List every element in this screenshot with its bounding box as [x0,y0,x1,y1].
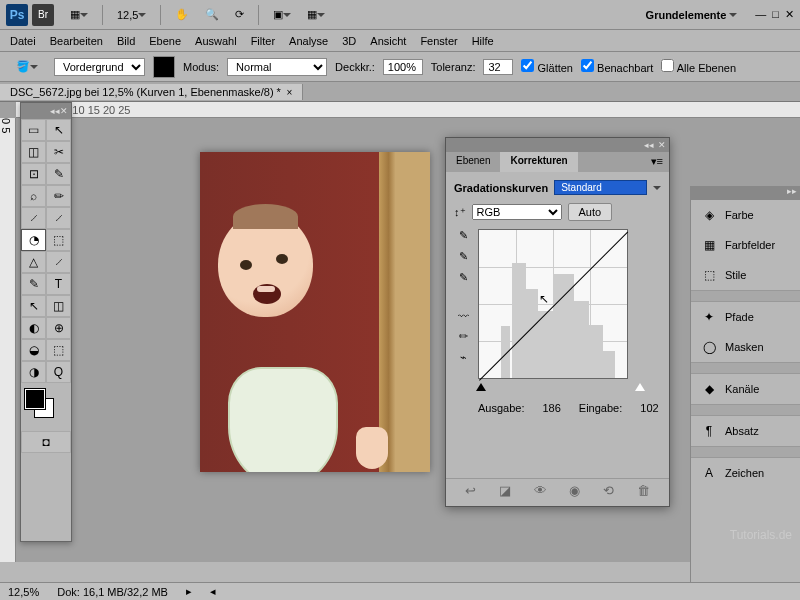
eyedropper-white-icon[interactable]: ✎ [459,271,468,284]
tool-17[interactable]: ◫ [46,295,71,317]
status-scroll-icon[interactable]: ◂ [210,585,216,598]
minimize-icon[interactable]: — [755,8,766,21]
panel-farbfelder[interactable]: ▦Farbfelder [691,230,800,260]
tool-18[interactable]: ◐ [21,317,46,339]
tool-12[interactable]: △ [21,251,46,273]
toolbox-close-icon[interactable]: ✕ [60,106,68,116]
panel-stile[interactable]: ⬚Stile [691,260,800,290]
tool-3[interactable]: ✂ [46,141,71,163]
curves-preset-select[interactable]: Standard [554,180,647,195]
tool-7[interactable]: ✏ [46,185,71,207]
panel-kanäle[interactable]: ◆Kanäle [691,374,800,404]
rotate-view-icon[interactable]: ⟳ [229,5,250,24]
close-icon[interactable]: ✕ [785,8,794,21]
panel-pfade[interactable]: ✦Pfade [691,302,800,332]
menu-bild[interactable]: Bild [117,35,135,47]
auto-button[interactable]: Auto [568,203,613,221]
tolerance-label: Toleranz: [431,61,476,73]
panel-farbe[interactable]: ◈Farbe [691,200,800,230]
tool-1[interactable]: ↖ [46,119,71,141]
curves-graph[interactable]: ↖ [478,229,628,379]
tool-23[interactable]: Q [46,361,71,383]
panel-collapse-icon[interactable]: ◂◂ [644,140,654,150]
extras-button[interactable]: ▦ [301,5,331,24]
zoom-tool-icon[interactable]: 🔍 [199,5,225,24]
delete-icon[interactable]: 🗑 [637,483,650,498]
menu-auswahl[interactable]: Auswahl [195,35,237,47]
opacity-input[interactable] [383,59,423,75]
tool-0[interactable]: ▭ [21,119,46,141]
smooth-curve-icon[interactable]: ⌁ [460,351,467,364]
black-white-slider[interactable] [480,383,641,393]
document-tab[interactable]: DSC_5672.jpg bei 12,5% (Kurven 1, Ebenen… [0,84,303,100]
all-layers-checkbox[interactable]: Alle Ebenen [661,59,736,74]
tool-11[interactable]: ⬚ [46,229,71,251]
tool-2[interactable]: ◫ [21,141,46,163]
menu-datei[interactable]: Datei [10,35,36,47]
menu-ansicht[interactable]: Ansicht [370,35,406,47]
menu-ebene[interactable]: Ebene [149,35,181,47]
clip-icon[interactable]: ◪ [499,483,511,498]
tool-10[interactable]: ◔ [21,229,46,251]
blend-mode-select[interactable]: Normal [227,58,327,76]
tool-19[interactable]: ⊕ [46,317,71,339]
hand-tool-icon[interactable]: ✋ [169,5,195,24]
tool-6[interactable]: ⌕ [21,185,46,207]
tab-ebenen[interactable]: Ebenen [446,152,500,172]
eyedropper-gray-icon[interactable]: ✎ [459,250,468,263]
fill-target-select[interactable]: Vordergrund [54,58,145,76]
toolbox-collapse-icon[interactable]: ◂◂ [50,106,60,116]
menu-filter[interactable]: Filter [251,35,275,47]
paint-bucket-tool-icon[interactable]: 🪣 [10,57,44,76]
menu-3d[interactable]: 3D [342,35,356,47]
zoom-level-select[interactable]: 12,5 [111,6,152,24]
return-icon[interactable]: ↩ [465,483,476,498]
tool-9[interactable]: ⟋ [46,207,71,229]
panel-menu-icon[interactable]: ▾≡ [645,152,669,172]
tool-22[interactable]: ◑ [21,361,46,383]
dock-collapse-icon[interactable]: ▸▸ [787,186,797,200]
menu-analyse[interactable]: Analyse [289,35,328,47]
visibility-icon[interactable]: 👁 [534,483,547,498]
tool-16[interactable]: ↖ [21,295,46,317]
farbfelder-icon: ▦ [701,238,717,252]
status-arrow-icon[interactable]: ▸ [186,585,192,598]
tool-20[interactable]: ◒ [21,339,46,361]
tool-4[interactable]: ⊡ [21,163,46,185]
tolerance-input[interactable] [483,59,513,75]
bridge-logo-icon[interactable]: Br [32,4,54,26]
eyedropper-black-icon[interactable]: ✎ [459,229,468,242]
panel-absatz[interactable]: ¶Absatz [691,416,800,446]
fill-color-swatch[interactable] [153,56,175,78]
menu-hilfe[interactable]: Hilfe [472,35,494,47]
workspace-area: 0 5 10 15 20 25 0 5 ◂◂✕ ▭↖◫✂⊡✎⌕✏⟋⟋◔⬚△⟋✎T… [0,102,800,562]
workspace-selector[interactable]: Grundelemente [638,7,746,23]
arrange-docs-button[interactable]: ▦ [64,5,94,24]
tool-21[interactable]: ⬚ [46,339,71,361]
tool-8[interactable]: ⟋ [21,207,46,229]
reset-icon[interactable]: ⟲ [603,483,614,498]
channel-select[interactable]: RGB [472,204,562,220]
foreground-background-swatch[interactable] [25,389,67,425]
panel-zeichen[interactable]: AZeichen [691,458,800,488]
panel-masken[interactable]: ◯Masken [691,332,800,362]
preview-icon[interactable]: ◉ [569,483,580,498]
contiguous-checkbox[interactable]: Benachbart [581,59,653,74]
tool-15[interactable]: T [46,273,71,295]
curve-mode-icon[interactable]: 〰 [458,310,469,322]
zoom-status[interactable]: 12,5% [8,586,39,598]
screen-mode-button[interactable]: ▣ [267,5,297,24]
menu-fenster[interactable]: Fenster [420,35,457,47]
tab-korrekturen[interactable]: Korrekturen [500,152,577,172]
target-adjust-icon[interactable]: ↕⁺ [454,206,466,219]
pencil-mode-icon[interactable]: ✏ [459,330,468,343]
panel-close-icon[interactable]: ✕ [658,140,666,150]
smooth-checkbox[interactable]: Glätten [521,59,573,74]
quick-mask-icon[interactable]: ◘ [21,431,71,453]
menu-bearbeiten[interactable]: Bearbeiten [50,35,103,47]
maximize-icon[interactable]: □ [772,8,779,21]
canvas[interactable] [200,152,430,472]
tool-5[interactable]: ✎ [46,163,71,185]
tool-13[interactable]: ⟋ [46,251,71,273]
tool-14[interactable]: ✎ [21,273,46,295]
